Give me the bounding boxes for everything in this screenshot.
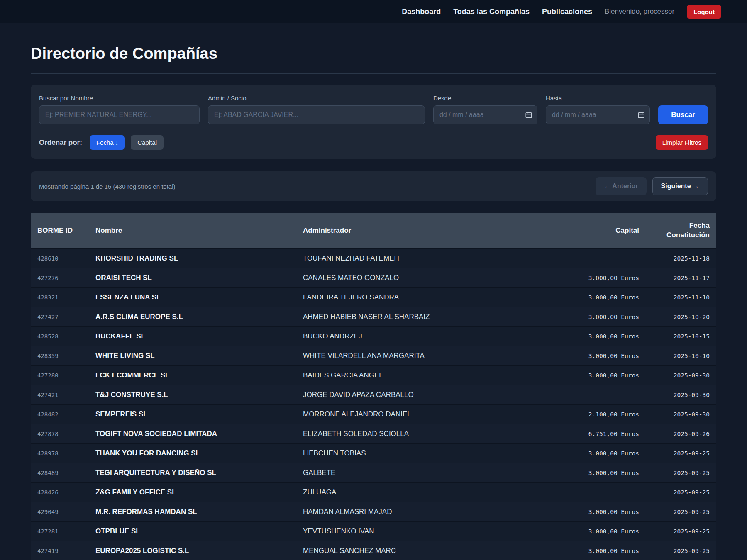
cell-nombre: LCK ECOMMERCE SL: [89, 365, 296, 385]
nav-link-dashboard[interactable]: Dashboard: [402, 7, 441, 16]
siguiente-button[interactable]: Siguiente →: [652, 177, 708, 195]
filter-field-nombre: Buscar por Nombre: [39, 95, 200, 124]
ordenar-por-label: Ordenar por:: [39, 139, 82, 147]
cell-fecha: 2025-09-25: [646, 502, 716, 521]
cell-nombre: BUCKAFFE SL: [89, 326, 296, 346]
cell-administrador: MENGUAL SANCHEZ MARC: [296, 541, 534, 560]
cell-fecha: 2025-09-30: [646, 404, 716, 424]
sort-row: Ordenar por: Fecha ↓ Capital Limpiar Fil…: [39, 135, 708, 150]
cell-administrador: BAIDES GARCIA ANGEL: [296, 365, 534, 385]
table-row: 428321 ESSENZA LUNA SL LANDEIRA TEJERO S…: [31, 287, 716, 307]
cell-capital: 2.100,00 Euros: [534, 404, 646, 424]
cell-fecha: 2025-09-26: [646, 424, 716, 443]
cell-fecha: 2025-09-30: [646, 365, 716, 385]
table-row: 428978 THANK YOU FOR DANCING SL LIEBCHEN…: [31, 443, 716, 463]
table-row: 427421 T&J CONSTRUYE S.L JORGE DAVID APA…: [31, 385, 716, 404]
companies-table: BORME ID Nombre Administrador Capital Fe…: [31, 213, 716, 560]
cell-nombre: T&J CONSTRUYE S.L: [89, 385, 296, 404]
table-row: 428359 WHITE LIVING SL WHITE VILARDELL A…: [31, 346, 716, 365]
cell-administrador: CANALES MATEO GONZALO: [296, 268, 534, 287]
cell-nombre: EUROPA2025 LOGISTIC S.L: [89, 541, 296, 560]
cell-administrador: ELIZABETH SOLEDAD SCIOLLA: [296, 424, 534, 443]
cell-administrador: MORRONE ALEJANDRO DANIEL: [296, 404, 534, 424]
cell-administrador: WHITE VILARDELL ANA MARGARITA: [296, 346, 534, 365]
nombre-label: Buscar por Nombre: [39, 95, 200, 102]
nav-link-publicaciones[interactable]: Publicaciones: [542, 7, 592, 16]
cell-administrador: LIEBCHEN TOBIAS: [296, 443, 534, 463]
nav-link-todas-las-companias[interactable]: Todas las Compañías: [453, 7, 530, 16]
cell-nombre: KHORSHID TRADING SL: [89, 248, 296, 268]
cell-capital: [534, 248, 646, 268]
table-header: BORME ID Nombre Administrador Capital Fe…: [31, 213, 716, 248]
desde-date-input[interactable]: [433, 105, 537, 124]
top-navbar: Dashboard Todas las Compañías Publicacio…: [0, 0, 747, 23]
cell-capital: 3.000,00 Euros: [534, 521, 646, 541]
cell-fecha: 2025-09-25: [646, 521, 716, 541]
table-row: 428482 SEMPEREIS SL MORRONE ALEJANDRO DA…: [31, 404, 716, 424]
table-row: 427878 TOGIFT NOVA SOCIEDAD LIMITADA ELI…: [31, 424, 716, 443]
desde-label: Desde: [433, 95, 537, 102]
cell-borme-id: 428426: [31, 482, 89, 502]
cell-borme-id: 428528: [31, 326, 89, 346]
filter-inputs-row: Buscar por Nombre Admin / Socio Desde: [39, 95, 708, 124]
cell-capital: 3.000,00 Euros: [534, 326, 646, 346]
cell-capital: 3.000,00 Euros: [534, 502, 646, 521]
pagination-status: Mostrando página 1 de 15 (430 registros …: [39, 183, 176, 190]
col-header-capital: Capital: [534, 213, 646, 248]
logout-button[interactable]: Logout: [687, 5, 721, 19]
cell-capital: 3.000,00 Euros: [534, 365, 646, 385]
cell-capital: 3.000,00 Euros: [534, 287, 646, 307]
col-header-nombre: Nombre: [89, 213, 296, 248]
admin-search-input[interactable]: [208, 105, 425, 124]
desde-date-wrap: [433, 105, 537, 124]
cell-capital: 6.751,00 Euros: [534, 424, 646, 443]
cell-administrador: ZULUAGA: [296, 482, 534, 502]
cell-fecha: 2025-11-18: [646, 248, 716, 268]
cell-borme-id: 427878: [31, 424, 89, 443]
cell-fecha: 2025-09-25: [646, 541, 716, 560]
pager-buttons: ← Anterior Siguiente →: [596, 177, 708, 195]
table-row: 427276 ORAISI TECH SL CANALES MATEO GONZ…: [31, 268, 716, 287]
cell-administrador: GALBETE: [296, 463, 534, 482]
hasta-date-input[interactable]: [546, 105, 650, 124]
cell-capital: 3.000,00 Euros: [534, 307, 646, 326]
cell-administrador: AHMED HABIEB NASER AL SHARBAIZ: [296, 307, 534, 326]
hasta-label: Hasta: [546, 95, 650, 102]
filter-field-admin: Admin / Socio: [208, 95, 425, 124]
cell-administrador: HAMDAN ALMASRI MAJAD: [296, 502, 534, 521]
table-row: 427419 EUROPA2025 LOGISTIC S.L MENGUAL S…: [31, 541, 716, 560]
table-row: 427281 OTPBLUE SL YEVTUSHENKO IVAN 3.000…: [31, 521, 716, 541]
cell-borme-id: 428489: [31, 463, 89, 482]
cell-nombre: ORAISI TECH SL: [89, 268, 296, 287]
cell-fecha: 2025-10-15: [646, 326, 716, 346]
cell-fecha: 2025-09-30: [646, 385, 716, 404]
cell-borme-id: 428978: [31, 443, 89, 463]
cell-borme-id: 427427: [31, 307, 89, 326]
pagination-bar: Mostrando página 1 de 15 (430 registros …: [31, 171, 716, 201]
table-body: 428610 KHORSHID TRADING SL TOUFANI NEZHA…: [31, 248, 716, 560]
cell-nombre: M.R. REFORMAS HAMDAN SL: [89, 502, 296, 521]
limpiar-filtros-button[interactable]: Limpiar Filtros: [656, 135, 708, 150]
cell-borme-id: 428610: [31, 248, 89, 268]
table-row: 428528 BUCKAFFE SL BUCKO ANDRZEJ 3.000,0…: [31, 326, 716, 346]
admin-label: Admin / Socio: [208, 95, 425, 102]
cell-fecha: 2025-10-10: [646, 346, 716, 365]
nombre-search-input[interactable]: [39, 105, 200, 124]
col-header-borme-id: BORME ID: [31, 213, 89, 248]
cell-capital: 3.000,00 Euros: [534, 541, 646, 560]
anterior-button[interactable]: ← Anterior: [596, 177, 646, 195]
page-title: Directorio de Compañías: [31, 45, 716, 74]
buscar-button[interactable]: Buscar: [658, 105, 708, 124]
main-content: Directorio de Compañías Buscar por Nombr…: [0, 45, 747, 560]
filter-field-hasta: Hasta: [546, 95, 650, 124]
col-header-administrador: Administrador: [296, 213, 534, 248]
cell-fecha: 2025-09-25: [646, 463, 716, 482]
table-row: 428489 TEGI ARQUITECTURA Y DISEÑO SL GAL…: [31, 463, 716, 482]
sort-capital-button[interactable]: Capital: [131, 135, 164, 150]
hasta-date-wrap: [546, 105, 650, 124]
cell-administrador: JORGE DAVID APAZA CARBALLO: [296, 385, 534, 404]
table-wrap: BORME ID Nombre Administrador Capital Fe…: [31, 213, 716, 560]
cell-fecha: 2025-11-17: [646, 268, 716, 287]
sort-fecha-button[interactable]: Fecha ↓: [90, 135, 125, 150]
cell-nombre: A.R.S CLIMA EUROPE S.L: [89, 307, 296, 326]
